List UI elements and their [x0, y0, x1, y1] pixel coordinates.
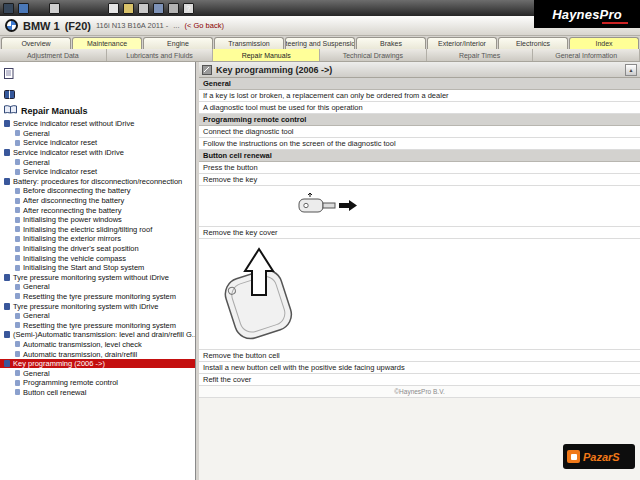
tab-transmission[interactable]: Transmission — [214, 37, 284, 49]
tree-item-service-indicator-reset[interactable]: Service indicator reset — [0, 138, 195, 148]
open-folder-icon[interactable] — [123, 3, 134, 14]
subtopic-icon — [15, 130, 20, 136]
tree-item-after-disconnecting-the-battery[interactable]: After disconnecting the battery — [0, 196, 195, 206]
tree-item-label: Key programming (2006 ->) — [13, 359, 105, 368]
subtab-repair-manuals[interactable]: Repair Manuals — [213, 49, 320, 61]
tree-item-tyre-pressure-monitoring-system-without-[interactable]: Tyre pressure monitoring system without … — [0, 273, 195, 283]
subtab-general-information[interactable]: General Information — [533, 49, 640, 61]
save-icon[interactable] — [153, 3, 164, 14]
tree-item-general[interactable]: General — [0, 368, 195, 378]
sidebar-title: Repair Manuals — [21, 106, 88, 116]
tree-item-button-cell-renewal[interactable]: Button cell renewal — [0, 388, 195, 398]
page-icon[interactable] — [4, 65, 195, 83]
tree-item-service-indicator-reset-without-idrive[interactable]: Service indicator reset without iDrive — [0, 119, 195, 129]
tree-item-resetting-the-tyre-pressure-monitoring-s[interactable]: Resetting the tyre pressure monitoring s… — [0, 292, 195, 302]
topic-icon — [4, 120, 10, 127]
tree-item-label: Initialising the power windows — [23, 215, 122, 224]
tab-maintenance[interactable]: Maintenance — [72, 37, 142, 49]
tree-item-label: After reconnecting the battery — [23, 206, 121, 215]
brand-pro: Pro — [600, 7, 622, 22]
tree-item-before-disconnecting-the-battery[interactable]: Before disconnecting the battery — [0, 186, 195, 196]
scrollbar-up-button[interactable]: ▲ — [625, 64, 637, 76]
subtopic-icon — [15, 255, 20, 261]
subtopic-icon — [15, 322, 20, 328]
tree-item-label: General — [23, 369, 50, 378]
print-icon[interactable] — [138, 3, 149, 14]
subtab-repair-times[interactable]: Repair Times — [427, 49, 534, 61]
instruction-install-a-new-button-cell-with-the-posit: Install a new button cell with the posit… — [199, 362, 640, 374]
tree-item-battery-procedures-for-disconnection-rec[interactable]: Battery: procedures for disconnection/re… — [0, 177, 195, 187]
tab-electronics[interactable]: Electronics — [498, 37, 568, 49]
subtopic-icon — [15, 226, 20, 232]
tree-item-programming-remote-control[interactable]: Programming remote control — [0, 378, 195, 388]
pazars-text: PazarS — [583, 451, 620, 463]
brand-haynes: Haynes — [552, 7, 599, 22]
pazars-watermark: PazarS — [563, 444, 635, 469]
tree-item-resetting-the-tyre-pressure-monitoring-s[interactable]: Resetting the tyre pressure monitoring s… — [0, 320, 195, 330]
tree-item-semi-automatic-transmission-level-and-dr[interactable]: (Semi-)Automatic transmission: level and… — [0, 330, 195, 340]
section-header-programming-remote-control: Programming remote control — [199, 114, 640, 126]
subtopic-icon — [15, 140, 20, 146]
subtab-technical-drawings[interactable]: Technical Drawings — [320, 49, 427, 61]
sidebar: Repair Manuals Service indicator reset w… — [0, 62, 196, 480]
tab-engine[interactable]: Engine — [143, 37, 213, 49]
tab-brakes[interactable]: Brakes — [356, 37, 426, 49]
tree-item-key-programming-2006[interactable]: Key programming (2006 ->) — [0, 359, 195, 369]
vehicle-chassis-code: (F20) — [65, 20, 91, 32]
tree-item-label: Service indicator reset — [23, 167, 97, 176]
repair-manual-icon — [202, 62, 212, 79]
new-page-icon[interactable] — [108, 3, 119, 14]
tree-item-initialising-the-driver-s-seat-position[interactable]: Initialising the driver's seat position — [0, 244, 195, 254]
tab-exterior-interior[interactable]: Exterior/Interior — [427, 37, 497, 49]
tree-item-service-indicator-reset[interactable]: Service indicator reset — [0, 167, 195, 177]
instruction-if-a-key-is-lost-or-broken-a-replacement: If a key is lost or broken, a replacemen… — [199, 90, 640, 102]
subtopic-icon — [15, 293, 20, 299]
tree-item-automatic-transmission-drain-refill[interactable]: Automatic transmission, drain/refill — [0, 349, 195, 359]
computer-icon[interactable] — [3, 3, 14, 14]
tree-item-label: Tyre pressure monitoring system without … — [13, 273, 169, 282]
instruction-connect-the-diagnostic-tool: Connect the diagnostic tool — [199, 126, 640, 138]
tree-item-general[interactable]: General — [0, 311, 195, 321]
tree-item-initialising-the-start-and-stop-system[interactable]: Initialising the Start and Stop system — [0, 263, 195, 273]
tree-item-general[interactable]: General — [0, 157, 195, 167]
tab-index[interactable]: Index — [569, 37, 639, 49]
document-icon[interactable] — [49, 3, 60, 14]
tree-item-initialising-the-exterior-mirrors[interactable]: Initialising the exterior mirrors — [0, 234, 195, 244]
subtopic-icon — [15, 217, 20, 223]
vehicle-select-icon[interactable] — [18, 3, 29, 14]
content-title: Key programming (2006 ->) — [216, 65, 332, 75]
vehicle-model: BMW 1 — [23, 20, 60, 32]
help-icon[interactable]: ? — [183, 3, 194, 14]
tab-steering-and-suspension[interactable]: Steering and Suspension — [285, 37, 355, 49]
tree-item-label: (Semi-)Automatic transmission: level and… — [13, 330, 195, 339]
subtopic-icon — [15, 313, 20, 319]
go-back-link[interactable]: (< Go back) — [185, 21, 224, 30]
tree-item-label: Service indicator reset with iDrive — [13, 148, 124, 157]
tree-item-label: General — [23, 311, 50, 320]
tree-item-initialising-the-electric-sliding-tiltin[interactable]: Initialising the electric sliding/tiltin… — [0, 225, 195, 235]
settings-icon[interactable] — [168, 3, 179, 14]
subtab-adjustment-data[interactable]: Adjustment Data — [0, 49, 107, 61]
tree-item-label: Automatic transmission, drain/refill — [23, 350, 137, 359]
subtopic-icon — [15, 389, 20, 395]
tree-item-initialising-the-vehicle-compass[interactable]: Initialising the vehicle compass — [0, 253, 195, 263]
tree-item-label: General — [23, 158, 50, 167]
tree-item-general[interactable]: General — [0, 129, 195, 139]
tree-item-initialising-the-power-windows[interactable]: Initialising the power windows — [0, 215, 195, 225]
topic-icon — [4, 303, 10, 310]
subtopic-icon — [15, 246, 20, 252]
tree-item-tyre-pressure-monitoring-system-with-idr[interactable]: Tyre pressure monitoring system with iDr… — [0, 301, 195, 311]
tree-item-general[interactable]: General — [0, 282, 195, 292]
key-cover-removal-illustration-row — [199, 239, 640, 350]
book-icon[interactable] — [4, 85, 195, 103]
tab-overview[interactable]: Overview — [1, 37, 71, 49]
subtab-lubricants-and-fluids[interactable]: Lubricants and Fluids — [107, 49, 214, 61]
tree-item-service-indicator-reset-with-idrive[interactable]: Service indicator reset with iDrive — [0, 148, 195, 158]
topic-icon — [4, 149, 10, 156]
instruction-refit-the-cover: Refit the cover — [199, 374, 640, 386]
instruction-a-diagnostic-tool-must-be-used-for-this-: A diagnostic tool must be used for this … — [199, 102, 640, 114]
tree-item-after-reconnecting-the-battery[interactable]: After reconnecting the battery — [0, 205, 195, 215]
sub-tabs: Adjustment DataLubricants and FluidsRepa… — [0, 49, 640, 62]
tree-item-automatic-transmission-level-check[interactable]: Automatic transmission, level check — [0, 340, 195, 350]
subtopic-icon — [15, 159, 20, 165]
